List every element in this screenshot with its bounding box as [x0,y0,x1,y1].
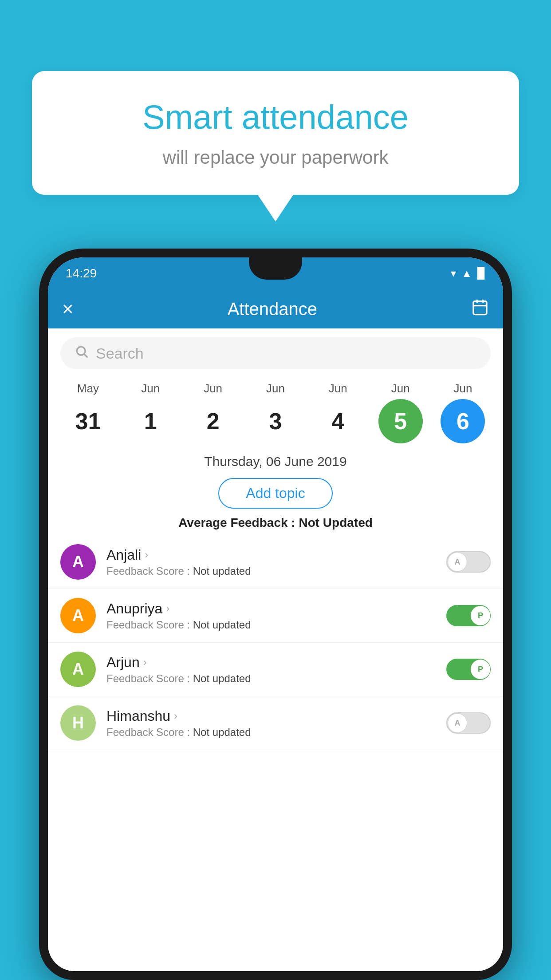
avatar-anupriya: A [60,598,96,633]
speech-bubble: Smart attendance will replace your paper… [32,71,519,195]
chevron-right-icon: › [174,710,177,722]
student-name-arjun: Arjun › [106,654,436,671]
wifi-icon: ▾ [451,267,456,280]
attendance-toggle-anupriya[interactable]: P [446,605,491,626]
avg-feedback-value: Not Updated [299,516,372,530]
search-icon [75,344,89,362]
toggle-knob-anupriya: P [471,606,490,625]
cal-day-jun5[interactable]: Jun 5 [374,382,427,443]
svg-point-4 [77,347,85,355]
speech-bubble-title: Smart attendance [67,98,484,136]
close-button[interactable]: × [62,298,74,320]
phone-inner: 14:29 ▾ ▲ ▉ × Attendance [48,257,503,971]
phone-frame: 14:29 ▾ ▲ ▉ × Attendance [39,249,512,980]
toggle-knob-himanshu: A [448,713,467,733]
status-icons: ▾ ▲ ▉ [451,267,485,280]
cal-day-may31[interactable]: May 31 [61,382,114,443]
battery-icon: ▉ [477,267,485,280]
student-feedback-himanshu: Feedback Score : Not updated [106,726,436,739]
cal-day-jun4[interactable]: Jun 4 [311,382,365,443]
status-time: 14:29 [66,266,97,281]
attendance-toggle-anjali[interactable]: A [446,551,491,573]
speech-bubble-tail [258,195,293,221]
status-bar: 14:29 ▾ ▲ ▉ [48,257,503,289]
svg-line-5 [84,354,87,357]
student-item-anjali[interactable]: A Anjali › Feedback Score : Not updated … [48,535,503,589]
avg-feedback-label: Average Feedback : [178,516,299,530]
chevron-right-icon: › [143,656,147,668]
avatar-himanshu: H [60,705,96,741]
notch [249,257,302,280]
student-feedback-arjun: Feedback Score : Not updated [106,672,436,685]
student-name-anjali: Anjali › [106,547,436,563]
cal-day-jun6[interactable]: Jun 6 [436,382,489,443]
toggle-knob-arjun: P [471,660,490,679]
student-item-himanshu[interactable]: H Himanshu › Feedback Score : Not update… [48,696,503,750]
app-header: × Attendance [48,289,503,328]
student-info-arjun: Arjun › Feedback Score : Not updated [106,654,436,685]
average-feedback: Average Feedback : Not Updated [48,516,503,530]
add-topic-button[interactable]: Add topic [218,478,332,509]
cal-day-jun2[interactable]: Jun 2 [186,382,240,443]
avatar-arjun: A [60,652,96,687]
student-info-himanshu: Himanshu › Feedback Score : Not updated [106,708,436,739]
signal-icon: ▲ [461,267,472,280]
speech-bubble-wrapper: Smart attendance will replace your paper… [32,71,519,221]
header-title: Attendance [228,299,317,319]
avatar-anjali: A [60,544,96,580]
toggle-knob-anjali: A [448,552,467,572]
attendance-toggle-himanshu[interactable]: A [446,712,491,734]
cal-day-jun3[interactable]: Jun 3 [249,382,302,443]
calendar-icon[interactable] [471,298,489,320]
search-placeholder: Search [96,345,144,362]
student-feedback-anjali: Feedback Score : Not updated [106,565,436,577]
student-feedback-anupriya: Feedback Score : Not updated [106,619,436,631]
student-info-anupriya: Anupriya › Feedback Score : Not updated [106,601,436,631]
student-name-himanshu: Himanshu › [106,708,436,724]
search-bar[interactable]: Search [60,337,491,369]
student-list: A Anjali › Feedback Score : Not updated … [48,535,503,750]
svg-rect-0 [473,301,487,314]
student-info-anjali: Anjali › Feedback Score : Not updated [106,547,436,577]
attendance-toggle-arjun[interactable]: P [446,659,491,680]
chevron-right-icon: › [166,602,169,615]
speech-bubble-subtitle: will replace your paperwork [67,147,484,168]
cal-day-jun1[interactable]: Jun 1 [124,382,177,443]
calendar-strip: May 31 Jun 1 Jun 2 Jun 3 Jun 4 Jun 5 [48,378,503,443]
student-item-anupriya[interactable]: A Anupriya › Feedback Score : Not update… [48,589,503,643]
student-item-arjun[interactable]: A Arjun › Feedback Score : Not updated P [48,643,503,696]
student-name-anupriya: Anupriya › [106,601,436,617]
chevron-right-icon: › [145,549,148,561]
selected-date: Thursday, 06 June 2019 [48,443,503,474]
